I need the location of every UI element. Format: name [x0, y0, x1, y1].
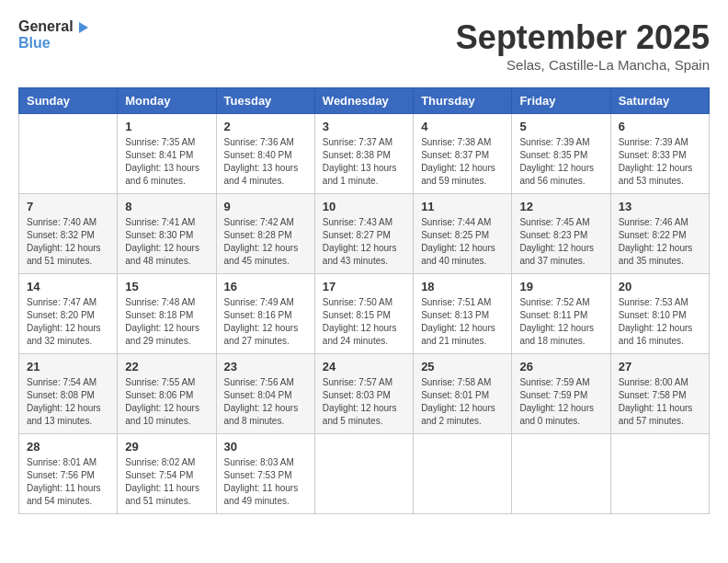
calendar-day-cell: 17Sunrise: 7:50 AM Sunset: 8:15 PM Dayli…	[314, 274, 413, 354]
calendar-day-cell: 7Sunrise: 7:40 AM Sunset: 8:32 PM Daylig…	[19, 194, 118, 274]
calendar-day-cell: 14Sunrise: 7:47 AM Sunset: 8:20 PM Dayli…	[19, 274, 118, 354]
title-section: September 2025 Selas, Castille-La Mancha…	[456, 18, 710, 73]
day-info: Sunrise: 8:03 AM Sunset: 7:53 PM Dayligh…	[224, 456, 307, 508]
day-info: Sunrise: 7:36 AM Sunset: 8:40 PM Dayligh…	[224, 136, 307, 188]
logo-chevron-icon	[75, 20, 90, 35]
day-number: 22	[125, 360, 208, 373]
day-number: 18	[421, 280, 504, 293]
day-number: 25	[421, 360, 504, 373]
day-number: 27	[619, 360, 701, 373]
day-number: 11	[421, 200, 504, 213]
weekday-header-cell: Tuesday	[216, 88, 314, 114]
calendar-day-cell: 22Sunrise: 7:55 AM Sunset: 8:06 PM Dayli…	[118, 354, 216, 434]
logo-general: General	[18, 18, 74, 34]
calendar-day-cell: 4Sunrise: 7:38 AM Sunset: 8:37 PM Daylig…	[414, 114, 512, 194]
weekday-header-cell: Saturday	[610, 88, 709, 114]
day-info: Sunrise: 7:48 AM Sunset: 8:18 PM Dayligh…	[125, 296, 208, 348]
day-number: 5	[519, 120, 602, 133]
calendar-day-cell: 28Sunrise: 8:01 AM Sunset: 7:56 PM Dayli…	[19, 434, 118, 514]
calendar-week-row: 28Sunrise: 8:01 AM Sunset: 7:56 PM Dayli…	[19, 434, 710, 514]
month-title: September 2025	[456, 18, 710, 57]
calendar-day-cell: 8Sunrise: 7:41 AM Sunset: 8:30 PM Daylig…	[118, 194, 216, 274]
day-number: 20	[619, 280, 701, 293]
day-info: Sunrise: 7:56 AM Sunset: 8:04 PM Dayligh…	[224, 376, 307, 428]
calendar-week-row: 7Sunrise: 7:40 AM Sunset: 8:32 PM Daylig…	[19, 194, 710, 274]
day-info: Sunrise: 7:46 AM Sunset: 8:22 PM Dayligh…	[619, 216, 701, 268]
day-info: Sunrise: 7:42 AM Sunset: 8:28 PM Dayligh…	[224, 216, 307, 268]
logo-text: General Blue	[18, 18, 90, 51]
svg-marker-0	[79, 22, 88, 33]
day-number: 3	[323, 120, 405, 133]
calendar-day-cell: 3Sunrise: 7:37 AM Sunset: 8:38 PM Daylig…	[314, 114, 413, 194]
day-number: 26	[519, 360, 602, 373]
day-info: Sunrise: 7:54 AM Sunset: 8:08 PM Dayligh…	[27, 376, 109, 428]
day-number: 17	[323, 280, 405, 293]
calendar-table: SundayMondayTuesdayWednesdayThursdayFrid…	[18, 87, 710, 514]
calendar-day-cell: 9Sunrise: 7:42 AM Sunset: 8:28 PM Daylig…	[216, 194, 314, 274]
day-info: Sunrise: 7:44 AM Sunset: 8:25 PM Dayligh…	[421, 216, 504, 268]
weekday-header-row: SundayMondayTuesdayWednesdayThursdayFrid…	[19, 88, 710, 114]
calendar-day-cell	[512, 434, 610, 514]
day-number: 28	[27, 440, 109, 454]
day-number: 21	[27, 360, 109, 373]
calendar-body: 1Sunrise: 7:35 AM Sunset: 8:41 PM Daylig…	[19, 114, 710, 514]
calendar-day-cell: 30Sunrise: 8:03 AM Sunset: 7:53 PM Dayli…	[216, 434, 314, 514]
calendar-day-cell	[610, 434, 709, 514]
day-number: 4	[421, 120, 504, 133]
location-title: Selas, Castille-La Mancha, Spain	[456, 57, 710, 73]
calendar-day-cell: 24Sunrise: 7:57 AM Sunset: 8:03 PM Dayli…	[314, 354, 413, 434]
day-info: Sunrise: 7:35 AM Sunset: 8:41 PM Dayligh…	[125, 136, 208, 188]
day-number: 7	[27, 200, 109, 213]
calendar-week-row: 14Sunrise: 7:47 AM Sunset: 8:20 PM Dayli…	[19, 274, 710, 354]
day-number: 24	[323, 360, 405, 373]
calendar-day-cell: 11Sunrise: 7:44 AM Sunset: 8:25 PM Dayli…	[414, 194, 512, 274]
logo: General Blue	[18, 18, 90, 51]
calendar-week-row: 21Sunrise: 7:54 AM Sunset: 8:08 PM Dayli…	[19, 354, 710, 434]
day-info: Sunrise: 7:50 AM Sunset: 8:15 PM Dayligh…	[323, 296, 405, 348]
calendar-day-cell: 21Sunrise: 7:54 AM Sunset: 8:08 PM Dayli…	[19, 354, 118, 434]
calendar-day-cell	[19, 114, 118, 194]
day-number: 13	[619, 200, 701, 213]
calendar-day-cell: 12Sunrise: 7:45 AM Sunset: 8:23 PM Dayli…	[512, 194, 610, 274]
calendar-day-cell: 2Sunrise: 7:36 AM Sunset: 8:40 PM Daylig…	[216, 114, 314, 194]
day-info: Sunrise: 7:45 AM Sunset: 8:23 PM Dayligh…	[519, 216, 602, 268]
day-number: 9	[224, 200, 307, 213]
day-number: 23	[224, 360, 307, 373]
day-info: Sunrise: 7:51 AM Sunset: 8:13 PM Dayligh…	[421, 296, 504, 348]
day-number: 1	[125, 120, 208, 133]
day-info: Sunrise: 7:41 AM Sunset: 8:30 PM Dayligh…	[125, 216, 208, 268]
day-number: 30	[224, 440, 307, 454]
day-info: Sunrise: 7:47 AM Sunset: 8:20 PM Dayligh…	[27, 296, 109, 348]
calendar-day-cell: 13Sunrise: 7:46 AM Sunset: 8:22 PM Dayli…	[610, 194, 709, 274]
day-info: Sunrise: 7:38 AM Sunset: 8:37 PM Dayligh…	[421, 136, 504, 188]
day-info: Sunrise: 7:49 AM Sunset: 8:16 PM Dayligh…	[224, 296, 307, 348]
day-number: 16	[224, 280, 307, 293]
calendar-day-cell: 29Sunrise: 8:02 AM Sunset: 7:54 PM Dayli…	[118, 434, 216, 514]
day-info: Sunrise: 8:00 AM Sunset: 7:58 PM Dayligh…	[619, 376, 701, 428]
day-info: Sunrise: 7:52 AM Sunset: 8:11 PM Dayligh…	[519, 296, 602, 348]
calendar-day-cell: 16Sunrise: 7:49 AM Sunset: 8:16 PM Dayli…	[216, 274, 314, 354]
day-info: Sunrise: 7:59 AM Sunset: 7:59 PM Dayligh…	[519, 376, 602, 428]
day-info: Sunrise: 7:58 AM Sunset: 8:01 PM Dayligh…	[421, 376, 504, 428]
calendar-day-cell: 27Sunrise: 8:00 AM Sunset: 7:58 PM Dayli…	[610, 354, 709, 434]
weekday-header-cell: Sunday	[19, 88, 118, 114]
calendar-day-cell: 1Sunrise: 7:35 AM Sunset: 8:41 PM Daylig…	[118, 114, 216, 194]
day-info: Sunrise: 7:39 AM Sunset: 8:33 PM Dayligh…	[619, 136, 701, 188]
day-number: 15	[125, 280, 208, 293]
logo-blue: Blue	[18, 35, 51, 51]
day-number: 14	[27, 280, 109, 293]
calendar-day-cell: 23Sunrise: 7:56 AM Sunset: 8:04 PM Dayli…	[216, 354, 314, 434]
day-info: Sunrise: 7:39 AM Sunset: 8:35 PM Dayligh…	[519, 136, 602, 188]
weekday-header-cell: Monday	[118, 88, 216, 114]
day-info: Sunrise: 7:43 AM Sunset: 8:27 PM Dayligh…	[323, 216, 405, 268]
calendar-day-cell: 6Sunrise: 7:39 AM Sunset: 8:33 PM Daylig…	[610, 114, 709, 194]
day-info: Sunrise: 8:02 AM Sunset: 7:54 PM Dayligh…	[125, 456, 208, 508]
calendar-day-cell: 15Sunrise: 7:48 AM Sunset: 8:18 PM Dayli…	[118, 274, 216, 354]
calendar-day-cell: 20Sunrise: 7:53 AM Sunset: 8:10 PM Dayli…	[610, 274, 709, 354]
calendar-week-row: 1Sunrise: 7:35 AM Sunset: 8:41 PM Daylig…	[19, 114, 710, 194]
day-info: Sunrise: 7:53 AM Sunset: 8:10 PM Dayligh…	[619, 296, 701, 348]
day-number: 19	[519, 280, 602, 293]
weekday-header-cell: Thursday	[414, 88, 512, 114]
day-number: 29	[125, 440, 208, 454]
day-info: Sunrise: 7:37 AM Sunset: 8:38 PM Dayligh…	[323, 136, 405, 188]
